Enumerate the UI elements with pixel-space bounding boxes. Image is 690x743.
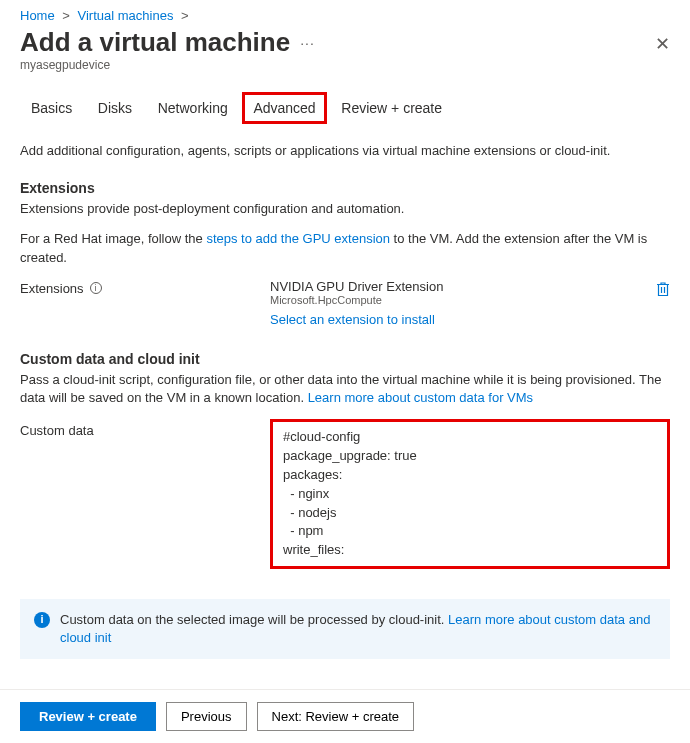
footer-bar: Review + create Previous Next: Review + …: [0, 689, 690, 743]
breadcrumb-vms[interactable]: Virtual machines: [78, 8, 174, 23]
tab-advanced[interactable]: Advanced: [242, 92, 326, 124]
info-icon: i: [34, 612, 50, 628]
extensions-redhat-note: For a Red Hat image, follow the steps to…: [20, 230, 670, 266]
custom-data-label: Custom data: [20, 419, 270, 569]
custom-data-heading: Custom data and cloud init: [20, 351, 670, 367]
custom-data-textarea[interactable]: #cloud-config package_upgrade: true pack…: [270, 419, 670, 569]
review-create-button[interactable]: Review + create: [20, 702, 156, 731]
cloud-init-info-banner: i Custom data on the selected image will…: [20, 599, 670, 659]
info-icon[interactable]: i: [90, 282, 102, 294]
custom-data-desc: Pass a cloud-init script, configuration …: [20, 371, 670, 407]
page-subtitle: myasegpudevice: [0, 58, 690, 92]
extensions-heading: Extensions: [20, 180, 670, 196]
chevron-right-icon: >: [62, 8, 70, 23]
breadcrumb: Home > Virtual machines >: [0, 0, 690, 25]
custom-data-learn-more-link[interactable]: Learn more about custom data for VMs: [308, 390, 533, 405]
delete-extension-button[interactable]: [656, 279, 670, 300]
tabs: Basics Disks Networking Advanced Review …: [0, 92, 690, 124]
extension-publisher: Microsoft.HpcCompute: [270, 294, 656, 306]
more-actions-button[interactable]: ···: [300, 27, 315, 51]
trash-icon: [656, 281, 670, 297]
tab-review[interactable]: Review + create: [330, 92, 453, 124]
extension-name: NVIDIA GPU Driver Extension: [270, 279, 656, 294]
previous-button[interactable]: Previous: [166, 702, 247, 731]
extensions-field-label: Extensions: [20, 281, 84, 296]
intro-text: Add additional configuration, agents, sc…: [20, 142, 670, 160]
next-button[interactable]: Next: Review + create: [257, 702, 415, 731]
tab-disks[interactable]: Disks: [87, 92, 143, 124]
page-title: Add a virtual machine: [20, 27, 290, 58]
tab-basics[interactable]: Basics: [20, 92, 83, 124]
gpu-extension-steps-link[interactable]: steps to add the GPU extension: [206, 231, 390, 246]
select-extension-link[interactable]: Select an extension to install: [270, 312, 435, 327]
extensions-desc: Extensions provide post-deployment confi…: [20, 200, 670, 218]
breadcrumb-home[interactable]: Home: [20, 8, 55, 23]
close-icon[interactable]: ✕: [655, 27, 670, 55]
tab-networking[interactable]: Networking: [147, 92, 239, 124]
chevron-right-icon: >: [181, 8, 189, 23]
